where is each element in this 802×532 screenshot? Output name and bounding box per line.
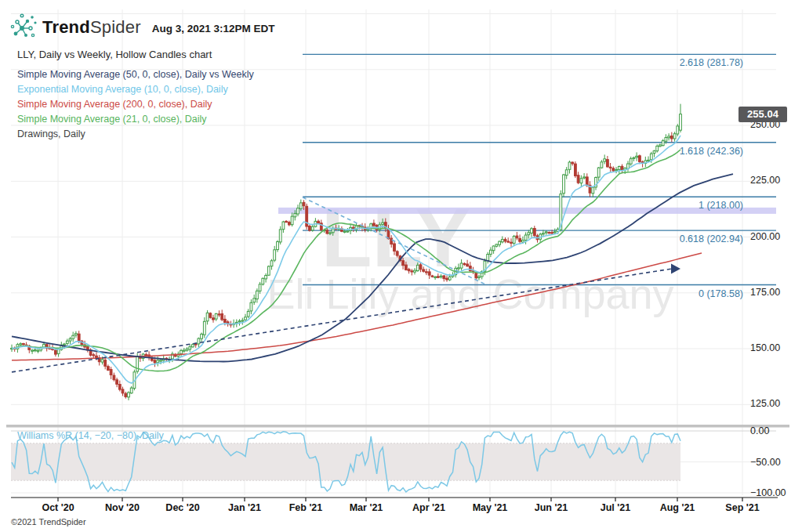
chart-legend: LLY, Daily vs Weekly, Hollow Candles cha… bbox=[17, 47, 254, 142]
williams-band bbox=[11, 443, 680, 480]
last-price-badge: 255.04 bbox=[738, 107, 787, 122]
legend-item-ema10[interactable]: Exponential Moving Average (10, 0, close… bbox=[17, 82, 254, 97]
highlight-zone bbox=[278, 208, 776, 214]
legend-item-williams-r[interactable]: Williams %R (14, −20, −80), Daily bbox=[17, 430, 164, 441]
legend-item-sma200[interactable]: Simple Moving Average (200, 0, close), D… bbox=[17, 97, 254, 112]
legend-item-sma50[interactable]: Simple Moving Average (50, 0, close), Da… bbox=[17, 67, 254, 82]
legend-item-drawings[interactable]: Drawings, Daily bbox=[17, 127, 254, 142]
chart-timestamp: Aug 3, 2021 3:12PM EDT bbox=[152, 20, 275, 34]
trendline-arrowhead-icon bbox=[671, 263, 680, 273]
time-axis bbox=[11, 498, 778, 501]
header: TrendSpider Aug 3, 2021 3:12PM EDT bbox=[9, 13, 275, 42]
trendspider-chart-window: LLYEli Lilly and Company 2.618 (281.78)1… bbox=[0, 0, 802, 532]
copyright-text: ©2021 TrendSpider bbox=[11, 517, 86, 527]
brand-name-bold: Trend bbox=[42, 17, 90, 38]
legend-item-symbol[interactable]: LLY, Daily vs Weekly, Hollow Candles cha… bbox=[17, 47, 254, 62]
pane-separator[interactable] bbox=[6, 425, 789, 428]
legend-item-sma21[interactable]: Simple Moving Average (21, 0, close), Da… bbox=[17, 112, 254, 127]
trendspider-logo-icon bbox=[9, 13, 39, 42]
brand-name-light: Spider bbox=[90, 17, 141, 38]
